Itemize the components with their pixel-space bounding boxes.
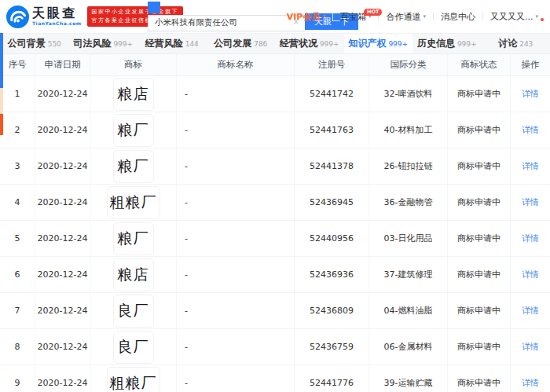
table-row: 1 2020-12-24 粮店 - 52441742 32-啤酒饮料 商标申请中… (0, 76, 550, 112)
brand-name: 天眼查 (32, 7, 82, 20)
section-tab-count: 999+ (457, 40, 477, 48)
section-tab-count: 999+ (320, 40, 339, 48)
cell-intl-class: 06-金属材料 (369, 329, 448, 365)
table-row: 9 2020-12-24 粗粮厂 - 52441776 39-运输贮藏 商标申请… (0, 365, 550, 392)
cell-seq: 6 (0, 257, 35, 292)
detail-link[interactable]: 详情 (522, 341, 539, 353)
cell-intl-class: 04-燃料油脂 (369, 293, 448, 328)
search-type-tab[interactable] (160, 2, 173, 13)
cell-trademark-image: 粮厂 (90, 112, 177, 148)
header-nav-item[interactable]: VIP会员 ▾ (280, 11, 332, 23)
cell-trademark-name: - (177, 76, 295, 112)
detail-link[interactable]: 详情 (522, 160, 539, 172)
trademark-image[interactable]: 粗粮厂 (107, 186, 160, 219)
cell-action: 详情 (511, 76, 550, 112)
header-nav-label: VIP会员 (287, 11, 321, 23)
section-tab[interactable]: 讨论 243 (482, 34, 550, 53)
cell-reg-number: 52441742 (295, 76, 369, 112)
cell-reg-number: 52436759 (295, 329, 369, 365)
column-header: 商标 (90, 54, 177, 75)
cell-trademark-name: - (177, 185, 295, 220)
cell-seq: 2 (0, 112, 35, 148)
cell-intl-class: 26-钮扣拉链 (369, 148, 448, 184)
section-tab-label: 经营风险 (145, 37, 183, 50)
section-tab-label: 司法风险 (73, 37, 111, 50)
cell-apply-date: 2020-12-24 (35, 148, 90, 184)
header-nav-item[interactable]: 百宝箱 ▾ HOT (333, 11, 379, 23)
section-tab[interactable]: 司法风险 999+ (69, 34, 138, 53)
header-nav-label: 百宝箱 (340, 11, 366, 23)
cell-status: 商标申请中 (448, 293, 511, 328)
section-tab-label: 经营状况 (280, 37, 317, 50)
cell-trademark-image: 良厂 (90, 329, 177, 365)
section-tab[interactable]: 经营状况 999+ (275, 34, 344, 53)
cell-action: 详情 (511, 365, 550, 392)
cell-reg-number: 52436945 (295, 185, 369, 220)
section-tab[interactable]: 知识产权 999+ (344, 34, 413, 53)
detail-link[interactable]: 详情 (522, 377, 539, 389)
column-header: 商标名称 (177, 54, 295, 75)
cell-seq: 4 (0, 185, 35, 220)
detail-link[interactable]: 详情 (522, 196, 539, 208)
cell-apply-date: 2020-12-24 (35, 293, 90, 328)
cell-trademark-image: 良厂 (90, 293, 177, 328)
trademark-image[interactable]: 粮厂 (113, 222, 154, 255)
section-tab[interactable]: 公司发展 786 (207, 34, 276, 53)
trademark-image[interactable]: 良厂 (113, 295, 154, 328)
header-nav: VIP会员 ▾ 百宝箱 ▾ HOT 合作通道 ▾ 消息中心 又又又又... ▾ (280, 0, 545, 33)
cell-seq: 1 (0, 76, 35, 112)
cell-action: 详情 (511, 112, 550, 148)
column-header: 注册号 (295, 54, 369, 75)
cell-status: 商标申请中 (448, 365, 511, 392)
left-edge-widget-blue[interactable] (0, 33, 3, 88)
section-tab-count: 999+ (113, 40, 133, 48)
cell-apply-date: 2020-12-24 (35, 76, 90, 112)
brand-domain: TianYanCha.com (32, 21, 82, 26)
header-nav-item[interactable]: 又又又又... ▾ (483, 11, 545, 23)
search-type-tab[interactable] (173, 2, 185, 13)
header-nav-item[interactable]: 消息中心 (434, 11, 482, 23)
cell-intl-class: 39-运输贮藏 (369, 365, 448, 392)
cell-status: 商标申请中 (448, 76, 511, 112)
tianyancha-logo[interactable]: 天眼查 TianYanCha.com (6, 5, 82, 28)
section-tab-label: 公司发展 (214, 37, 251, 50)
detail-link[interactable]: 详情 (522, 233, 539, 244)
table-row: 3 2020-12-24 粮厂 - 52441378 26-钮扣拉链 商标申请中… (0, 148, 550, 185)
left-edge-widget-orange[interactable] (0, 114, 3, 135)
cell-trademark-name: - (177, 257, 295, 292)
header-nav-item[interactable]: 合作通道 ▾ (379, 11, 433, 23)
detail-link[interactable]: 详情 (522, 124, 539, 136)
detail-link[interactable]: 详情 (522, 269, 539, 280)
trademark-image[interactable]: 粮店 (113, 78, 154, 111)
cell-seq: 7 (0, 293, 35, 328)
section-tab[interactable]: 经营风险 144 (138, 34, 207, 53)
cell-action: 详情 (511, 329, 550, 365)
trademark-image[interactable]: 粮厂 (113, 150, 154, 183)
cell-action: 详情 (511, 293, 550, 328)
cell-intl-class: 37-建筑修理 (369, 257, 448, 292)
cell-apply-date: 2020-12-24 (35, 365, 90, 392)
cell-intl-class: 03-日化用品 (369, 221, 448, 256)
column-header: 国际分类 (369, 54, 448, 75)
cell-status: 商标申请中 (448, 185, 511, 220)
detail-link[interactable]: 详情 (522, 88, 539, 100)
left-edge-widget-peach[interactable] (0, 88, 3, 114)
cell-trademark-name: - (177, 221, 295, 256)
section-tab[interactable]: 公司背景 550 (0, 34, 69, 53)
search-type-tab[interactable] (148, 2, 160, 13)
table-row: 6 2020-12-24 粮店 - 52436936 37-建筑修理 商标申请中… (0, 257, 550, 293)
section-tab-count: 999+ (388, 40, 408, 48)
trademark-image[interactable]: 粮厂 (113, 114, 154, 147)
cell-status: 商标申请中 (448, 112, 511, 148)
detail-link[interactable]: 详情 (522, 305, 539, 317)
section-tab[interactable]: 历史信息 999+ (412, 34, 482, 53)
trademark-image[interactable]: 粮店 (113, 258, 154, 291)
cell-status: 商标申请中 (448, 257, 511, 292)
cell-reg-number: 52441776 (295, 365, 369, 392)
header-nav-label: 又又又又... (490, 11, 534, 23)
trademark-image[interactable]: 粗粮厂 (107, 367, 160, 392)
trademark-image[interactable]: 良厂 (113, 331, 154, 364)
cell-trademark-name: - (177, 148, 295, 184)
section-tab-count: 243 (519, 40, 533, 48)
section-tab-label: 历史信息 (417, 37, 455, 50)
